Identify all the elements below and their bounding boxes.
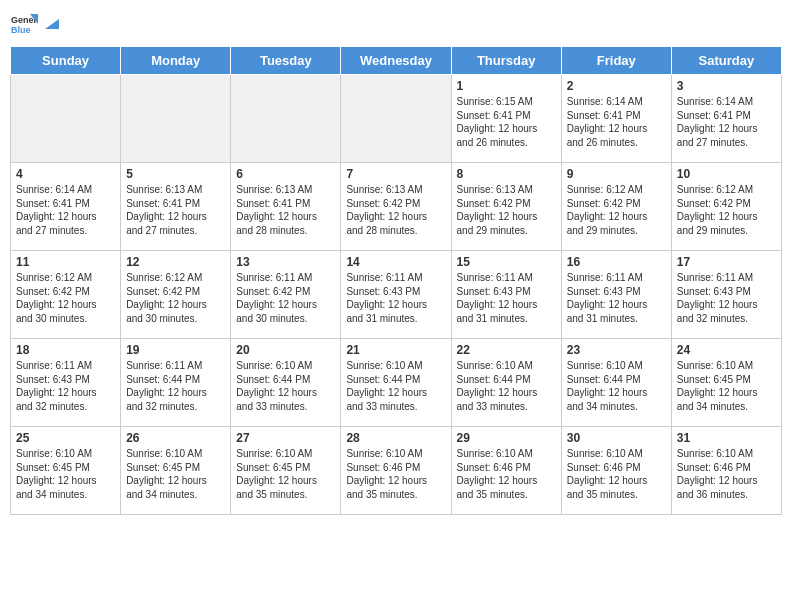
day-info: Sunrise: 6:11 AM Sunset: 6:44 PM Dayligh… xyxy=(126,359,225,413)
day-info: Sunrise: 6:10 AM Sunset: 6:46 PM Dayligh… xyxy=(567,447,666,501)
day-info: Sunrise: 6:11 AM Sunset: 6:43 PM Dayligh… xyxy=(677,271,776,325)
calendar-cell: 12Sunrise: 6:12 AM Sunset: 6:42 PM Dayli… xyxy=(121,251,231,339)
day-header-sunday: Sunday xyxy=(11,47,121,75)
day-number: 3 xyxy=(677,79,776,93)
day-number: 2 xyxy=(567,79,666,93)
day-info: Sunrise: 6:10 AM Sunset: 6:44 PM Dayligh… xyxy=(236,359,335,413)
day-info: Sunrise: 6:14 AM Sunset: 6:41 PM Dayligh… xyxy=(16,183,115,237)
calendar-cell: 18Sunrise: 6:11 AM Sunset: 6:43 PM Dayli… xyxy=(11,339,121,427)
day-info: Sunrise: 6:10 AM Sunset: 6:46 PM Dayligh… xyxy=(346,447,445,501)
calendar-cell: 17Sunrise: 6:11 AM Sunset: 6:43 PM Dayli… xyxy=(671,251,781,339)
calendar-cell xyxy=(341,75,451,163)
day-number: 22 xyxy=(457,343,556,357)
week-row-2: 4Sunrise: 6:14 AM Sunset: 6:41 PM Daylig… xyxy=(11,163,782,251)
calendar-cell: 29Sunrise: 6:10 AM Sunset: 6:46 PM Dayli… xyxy=(451,427,561,515)
calendar-cell: 23Sunrise: 6:10 AM Sunset: 6:44 PM Dayli… xyxy=(561,339,671,427)
day-info: Sunrise: 6:10 AM Sunset: 6:45 PM Dayligh… xyxy=(16,447,115,501)
calendar-cell: 19Sunrise: 6:11 AM Sunset: 6:44 PM Dayli… xyxy=(121,339,231,427)
calendar-cell: 20Sunrise: 6:10 AM Sunset: 6:44 PM Dayli… xyxy=(231,339,341,427)
calendar-cell: 5Sunrise: 6:13 AM Sunset: 6:41 PM Daylig… xyxy=(121,163,231,251)
calendar-cell: 30Sunrise: 6:10 AM Sunset: 6:46 PM Dayli… xyxy=(561,427,671,515)
day-info: Sunrise: 6:11 AM Sunset: 6:43 PM Dayligh… xyxy=(16,359,115,413)
day-number: 29 xyxy=(457,431,556,445)
day-number: 26 xyxy=(126,431,225,445)
day-number: 28 xyxy=(346,431,445,445)
day-number: 17 xyxy=(677,255,776,269)
calendar-cell: 31Sunrise: 6:10 AM Sunset: 6:46 PM Dayli… xyxy=(671,427,781,515)
day-number: 7 xyxy=(346,167,445,181)
calendar-cell xyxy=(11,75,121,163)
calendar-cell: 7Sunrise: 6:13 AM Sunset: 6:42 PM Daylig… xyxy=(341,163,451,251)
day-info: Sunrise: 6:10 AM Sunset: 6:44 PM Dayligh… xyxy=(567,359,666,413)
day-info: Sunrise: 6:11 AM Sunset: 6:42 PM Dayligh… xyxy=(236,271,335,325)
week-row-3: 11Sunrise: 6:12 AM Sunset: 6:42 PM Dayli… xyxy=(11,251,782,339)
calendar-cell: 13Sunrise: 6:11 AM Sunset: 6:42 PM Dayli… xyxy=(231,251,341,339)
day-info: Sunrise: 6:10 AM Sunset: 6:46 PM Dayligh… xyxy=(677,447,776,501)
calendar-cell: 16Sunrise: 6:11 AM Sunset: 6:43 PM Dayli… xyxy=(561,251,671,339)
day-header-wednesday: Wednesday xyxy=(341,47,451,75)
day-number: 27 xyxy=(236,431,335,445)
calendar-cell: 14Sunrise: 6:11 AM Sunset: 6:43 PM Dayli… xyxy=(341,251,451,339)
day-info: Sunrise: 6:10 AM Sunset: 6:45 PM Dayligh… xyxy=(677,359,776,413)
calendar-cell: 21Sunrise: 6:10 AM Sunset: 6:44 PM Dayli… xyxy=(341,339,451,427)
logo: General Blue xyxy=(10,10,60,38)
calendar-cell: 22Sunrise: 6:10 AM Sunset: 6:44 PM Dayli… xyxy=(451,339,561,427)
calendar-cell: 26Sunrise: 6:10 AM Sunset: 6:45 PM Dayli… xyxy=(121,427,231,515)
day-number: 6 xyxy=(236,167,335,181)
day-info: Sunrise: 6:13 AM Sunset: 6:42 PM Dayligh… xyxy=(346,183,445,237)
day-number: 9 xyxy=(567,167,666,181)
calendar-cell: 11Sunrise: 6:12 AM Sunset: 6:42 PM Dayli… xyxy=(11,251,121,339)
calendar-cell: 8Sunrise: 6:13 AM Sunset: 6:42 PM Daylig… xyxy=(451,163,561,251)
day-number: 10 xyxy=(677,167,776,181)
day-number: 19 xyxy=(126,343,225,357)
day-info: Sunrise: 6:10 AM Sunset: 6:44 PM Dayligh… xyxy=(457,359,556,413)
day-info: Sunrise: 6:11 AM Sunset: 6:43 PM Dayligh… xyxy=(457,271,556,325)
calendar-cell: 25Sunrise: 6:10 AM Sunset: 6:45 PM Dayli… xyxy=(11,427,121,515)
day-info: Sunrise: 6:10 AM Sunset: 6:45 PM Dayligh… xyxy=(236,447,335,501)
calendar-cell: 9Sunrise: 6:12 AM Sunset: 6:42 PM Daylig… xyxy=(561,163,671,251)
day-number: 11 xyxy=(16,255,115,269)
day-header-saturday: Saturday xyxy=(671,47,781,75)
day-info: Sunrise: 6:12 AM Sunset: 6:42 PM Dayligh… xyxy=(16,271,115,325)
day-number: 4 xyxy=(16,167,115,181)
calendar-cell: 24Sunrise: 6:10 AM Sunset: 6:45 PM Dayli… xyxy=(671,339,781,427)
day-header-monday: Monday xyxy=(121,47,231,75)
svg-text:Blue: Blue xyxy=(11,25,31,35)
calendar-table: SundayMondayTuesdayWednesdayThursdayFrid… xyxy=(10,46,782,515)
day-number: 23 xyxy=(567,343,666,357)
day-header-thursday: Thursday xyxy=(451,47,561,75)
day-info: Sunrise: 6:10 AM Sunset: 6:46 PM Dayligh… xyxy=(457,447,556,501)
calendar-cell: 15Sunrise: 6:11 AM Sunset: 6:43 PM Dayli… xyxy=(451,251,561,339)
day-number: 30 xyxy=(567,431,666,445)
day-info: Sunrise: 6:11 AM Sunset: 6:43 PM Dayligh… xyxy=(567,271,666,325)
calendar-cell: 1Sunrise: 6:15 AM Sunset: 6:41 PM Daylig… xyxy=(451,75,561,163)
week-row-5: 25Sunrise: 6:10 AM Sunset: 6:45 PM Dayli… xyxy=(11,427,782,515)
day-number: 25 xyxy=(16,431,115,445)
header: General Blue xyxy=(10,10,782,38)
day-number: 13 xyxy=(236,255,335,269)
day-number: 12 xyxy=(126,255,225,269)
day-number: 1 xyxy=(457,79,556,93)
day-number: 21 xyxy=(346,343,445,357)
calendar-cell: 10Sunrise: 6:12 AM Sunset: 6:42 PM Dayli… xyxy=(671,163,781,251)
day-info: Sunrise: 6:12 AM Sunset: 6:42 PM Dayligh… xyxy=(126,271,225,325)
day-number: 15 xyxy=(457,255,556,269)
day-info: Sunrise: 6:15 AM Sunset: 6:41 PM Dayligh… xyxy=(457,95,556,149)
day-info: Sunrise: 6:10 AM Sunset: 6:44 PM Dayligh… xyxy=(346,359,445,413)
day-info: Sunrise: 6:13 AM Sunset: 6:41 PM Dayligh… xyxy=(236,183,335,237)
day-header-friday: Friday xyxy=(561,47,671,75)
calendar-cell: 6Sunrise: 6:13 AM Sunset: 6:41 PM Daylig… xyxy=(231,163,341,251)
day-number: 24 xyxy=(677,343,776,357)
header-row: SundayMondayTuesdayWednesdayThursdayFrid… xyxy=(11,47,782,75)
svg-marker-4 xyxy=(45,19,59,29)
calendar-cell: 27Sunrise: 6:10 AM Sunset: 6:45 PM Dayli… xyxy=(231,427,341,515)
day-number: 16 xyxy=(567,255,666,269)
day-info: Sunrise: 6:13 AM Sunset: 6:41 PM Dayligh… xyxy=(126,183,225,237)
day-number: 31 xyxy=(677,431,776,445)
day-number: 5 xyxy=(126,167,225,181)
logo-icon: General Blue xyxy=(10,10,38,38)
day-info: Sunrise: 6:11 AM Sunset: 6:43 PM Dayligh… xyxy=(346,271,445,325)
day-info: Sunrise: 6:14 AM Sunset: 6:41 PM Dayligh… xyxy=(567,95,666,149)
day-info: Sunrise: 6:14 AM Sunset: 6:41 PM Dayligh… xyxy=(677,95,776,149)
calendar-body: 1Sunrise: 6:15 AM Sunset: 6:41 PM Daylig… xyxy=(11,75,782,515)
